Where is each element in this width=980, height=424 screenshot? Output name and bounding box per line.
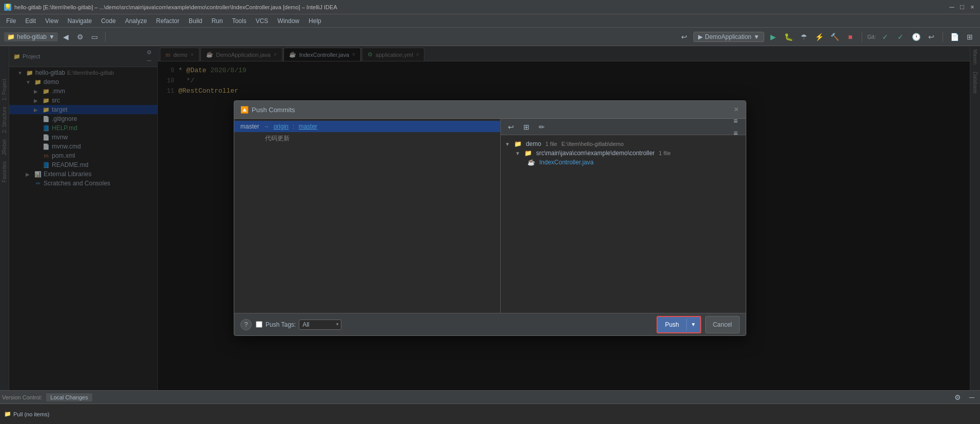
tab-local-changes[interactable]: Local Changes: [46, 393, 92, 401]
menu-tools[interactable]: Tools: [228, 16, 251, 26]
version-control-label: Version Control:: [2, 394, 42, 400]
git-label: Git:: [867, 34, 876, 40]
file-java-icon: ☕: [527, 159, 535, 166]
stop-button[interactable]: ■: [844, 31, 856, 43]
menu-analyze[interactable]: Analyze: [121, 16, 151, 26]
src-path: src\main\java\com\example\demo\controlle…: [536, 150, 655, 157]
git-undo-btn[interactable]: ↩: [925, 31, 937, 43]
bottom-panel: Version Control: Local Changes ⚙ ─ 📁 Pul…: [0, 390, 980, 424]
pull-folder-icon: 📁: [4, 411, 11, 417]
menu-bar: File Edit View Navigate Code Analyze Ref…: [0, 14, 980, 28]
commit-list: master → origin : master 代码更新: [234, 119, 500, 313]
menu-view[interactable]: View: [41, 16, 63, 26]
run-config-selector[interactable]: ▶ DemoApplication ▼: [693, 32, 764, 42]
toolbar-collapse-btn[interactable]: ▭: [89, 31, 101, 43]
menu-file[interactable]: File: [2, 16, 20, 26]
file-tree-repo[interactable]: ▼ 📁 demo 1 file E:\Item\hello-gitlab\dem…: [505, 139, 742, 149]
branch-colon: :: [293, 123, 294, 130]
toolbar-right: ↩ ▶ DemoApplication ▼ ▶ 🐛 ☂ ⚡ 🔨 ■ Git: ✓…: [678, 31, 976, 43]
debug-button[interactable]: 🐛: [783, 31, 795, 43]
run-button[interactable]: ▶: [767, 31, 780, 43]
help-button[interactable]: ?: [240, 319, 252, 330]
toolbar-separator-1: [105, 32, 106, 42]
push-tags-group: Push Tags: All Annotated: [256, 320, 341, 330]
modal-right-edit-btn[interactable]: ✏: [536, 121, 548, 133]
tags-select[interactable]: All Annotated: [299, 320, 341, 330]
git-history-btn[interactable]: 🕐: [910, 31, 922, 43]
minimize-button[interactable]: ─: [948, 4, 955, 11]
push-button[interactable]: Push: [658, 319, 686, 330]
run-config-name: DemoApplication: [705, 33, 751, 40]
toolbar-separator-2: [862, 32, 862, 42]
window-controls: ─ □ ×: [948, 4, 976, 11]
close-button[interactable]: ×: [969, 4, 976, 11]
menu-run[interactable]: Run: [208, 16, 227, 26]
modal-file-tree: ▼ 📁 demo 1 file E:\Item\hello-gitlab\dem…: [501, 135, 746, 313]
modal-title: Push Commits: [252, 106, 733, 114]
push-tags-checkbox[interactable]: [256, 321, 262, 328]
pull-item-label: Pull (no items): [13, 411, 49, 417]
modal-right-arrow-btn[interactable]: ↩: [505, 121, 517, 133]
git-grid-btn[interactable]: ⊞: [964, 31, 976, 43]
push-dropdown-button[interactable]: ▼: [687, 320, 700, 329]
menu-code[interactable]: Code: [97, 16, 120, 26]
modal-footer-buttons: Push ▼ Cancel: [657, 316, 740, 333]
toolbar-arrow-btn[interactable]: ↩: [678, 31, 690, 43]
repo-name: demo: [526, 140, 541, 147]
project-dropdown-icon: ▼: [49, 33, 55, 40]
src-count: 1 file: [659, 150, 670, 156]
profile-button[interactable]: ⚡: [813, 31, 826, 43]
menu-help[interactable]: Help: [304, 16, 325, 26]
modal-right-filter1-btn[interactable]: ≡: [729, 119, 742, 127]
menu-refactor[interactable]: Refactor: [152, 16, 183, 26]
modal-footer: ? Push Tags: All Annotated Push: [234, 313, 746, 335]
coverage-button[interactable]: ☂: [798, 31, 810, 43]
menu-navigate[interactable]: Navigate: [64, 16, 96, 26]
branch-to-label[interactable]: master: [298, 123, 317, 130]
bottom-content: 📁 Pull (no items): [0, 404, 980, 424]
git-checkmark2-btn[interactable]: ✓: [894, 31, 907, 43]
bottom-hide-btn[interactable]: ─: [966, 391, 978, 404]
modal-right-toolbar: ↩ ⊞ ✏ ≡ ≡: [501, 119, 746, 135]
modal-body: master → origin : master 代码更新: [234, 119, 746, 313]
file-tree-file[interactable]: ☕ IndexController.java: [505, 158, 742, 167]
git-files-btn[interactable]: 📄: [948, 31, 961, 43]
project-folder-icon: 📁: [7, 33, 15, 40]
cancel-button[interactable]: Cancel: [705, 316, 740, 333]
toolbar-settings-btn[interactable]: ⚙: [74, 31, 87, 43]
main-layout: 1: Project 2: Structure JRebel Favorites…: [0, 46, 980, 390]
toolbar: 📁 hello-gitlab ▼ ◀ ⚙ ▭ ↩ ▶ DemoApplicati…: [0, 28, 980, 46]
commit-branch-item[interactable]: master → origin : master: [234, 121, 500, 132]
title-text: hello-gitlab [E:\Item\hello-gitlab] – ..…: [14, 4, 948, 10]
maximize-button[interactable]: □: [958, 4, 966, 11]
menu-vcs[interactable]: VCS: [252, 16, 273, 26]
menu-window[interactable]: Window: [273, 16, 303, 26]
modal-close-button[interactable]: ×: [733, 105, 740, 114]
repo-count: 1 file: [545, 141, 557, 147]
push-button-group: Push ▼: [657, 316, 701, 333]
menu-build[interactable]: Build: [185, 16, 207, 26]
file-tree-folder[interactable]: ▼ 📁 src\main\java\com\example\demo\contr…: [505, 149, 742, 158]
modal-left-panel: master → origin : master 代码更新: [234, 119, 501, 313]
run-config-icon: ▶: [698, 33, 703, 40]
bottom-tab-bar: Version Control: Local Changes ⚙ ─: [0, 391, 980, 404]
title-bar: 💡 hello-gitlab [E:\Item\hello-gitlab] – …: [0, 0, 980, 14]
project-name: hello-gitlab: [17, 33, 47, 40]
git-checkmark-btn[interactable]: ✓: [879, 31, 891, 43]
project-selector[interactable]: 📁 hello-gitlab ▼: [4, 32, 58, 41]
file-name: IndexController.java: [539, 159, 594, 166]
modal-right-grid-btn[interactable]: ⊞: [520, 121, 533, 133]
modal-title-bar: 🔼 Push Commits ×: [234, 101, 746, 119]
bottom-settings-btn[interactable]: ⚙: [951, 391, 964, 404]
toolbar-back-btn[interactable]: ◀: [60, 31, 72, 43]
origin-link[interactable]: origin: [274, 123, 289, 130]
modal-icon: 🔼: [240, 106, 249, 114]
tags-select-wrapper: All Annotated: [299, 320, 341, 330]
menu-edit[interactable]: Edit: [21, 16, 40, 26]
bottom-toolbar-icons: ⚙ ─: [951, 391, 978, 404]
run-config-arrow: ▼: [753, 33, 760, 40]
repo-path: E:\Item\hello-gitlab\demo: [561, 141, 624, 147]
commit-message-item[interactable]: 代码更新: [234, 132, 500, 145]
branch-from-label: master: [240, 123, 259, 130]
build-button[interactable]: 🔨: [829, 31, 841, 43]
